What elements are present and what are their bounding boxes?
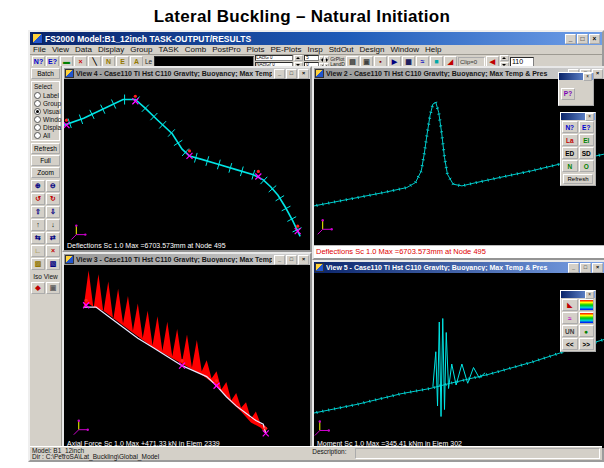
palette-close-icon[interactable]: × [585, 291, 594, 299]
palette-elem-query-button[interactable]: E? [579, 121, 595, 133]
palette-label-icon[interactable]: La [562, 134, 578, 146]
rotate-ccw-icon[interactable]: ↺ [31, 193, 45, 205]
palette-node-query-button[interactable]: N? [562, 121, 578, 133]
statusbar: Model: B1_12inch Dir : C:\PetroSA\Lat_Bu… [30, 446, 602, 460]
palette-titlebar[interactable]: × [561, 291, 595, 298]
view-rotation-input[interactable] [510, 57, 534, 67]
scale-right-icon[interactable] [324, 56, 329, 61]
shade-icon[interactable]: ▨ [31, 258, 45, 270]
palette-elem-label-icon[interactable]: El [579, 134, 595, 146]
menu-item-postpro[interactable]: PostPro [209, 45, 243, 54]
viewport-minimize-button[interactable]: _ [274, 69, 285, 79]
viewport-minimize-button[interactable]: _ [568, 263, 579, 273]
radio-all[interactable]: All [34, 131, 59, 139]
palette-titlebar[interactable]: × [559, 73, 593, 80]
menu-item-plots[interactable]: Plots [244, 45, 268, 54]
viewport-restore-button[interactable]: □ [286, 255, 297, 265]
pan-up-icon[interactable]: ⇧ [31, 206, 45, 218]
palette-ed-button[interactable]: ED [562, 147, 578, 159]
menu-item-help[interactable]: Help [422, 45, 444, 54]
contour-rainbow-icon[interactable] [579, 299, 595, 311]
contour-rainbow2-icon[interactable] [579, 312, 595, 324]
radio-displa[interactable]: Displa [34, 123, 59, 131]
radio-visual[interactable]: Visual [34, 107, 59, 115]
radio-windo[interactable]: Windo [34, 115, 59, 123]
move-down-icon[interactable]: ↓ [46, 219, 60, 231]
radio-group[interactable]: Group [34, 99, 59, 107]
plot-area[interactable]: Axial Force Sc 1.0 Max +471.33 kN in Ele… [64, 265, 310, 448]
zoom-in-icon[interactable]: ⊕ [31, 180, 45, 192]
contour-shade-icon[interactable]: ◣ [562, 299, 578, 311]
menu-item-display[interactable]: Display [95, 45, 127, 54]
contour-dot-icon[interactable]: ● [579, 325, 595, 337]
menu-item-stdout[interactable]: StdOut [326, 45, 357, 54]
pp-button[interactable]: P? [561, 88, 575, 100]
menu-item-design[interactable]: Design [357, 45, 388, 54]
viewport-titlebar[interactable]: View 3 - Case110 Ti Hst C110 Gravity; Bu… [64, 254, 310, 265]
zoom-button[interactable]: Zoom [31, 167, 60, 178]
minimize-button[interactable]: _ [565, 34, 576, 44]
batch-button[interactable]: Batch [31, 68, 60, 79]
iso-copy-icon[interactable]: ▣ [46, 282, 60, 294]
menu-item-view[interactable]: View [49, 45, 72, 54]
swap-left-icon[interactable]: ⇆ [31, 232, 45, 244]
swap-right-icon[interactable]: ⇄ [46, 232, 60, 244]
contour-prev-button[interactable]: << [562, 338, 578, 350]
radio-circle[interactable] [34, 108, 41, 115]
palette-close-icon[interactable]: × [583, 73, 592, 81]
clip-indicator: Clip=0 [458, 57, 485, 67]
menu-item-group[interactable]: Group [127, 45, 155, 54]
viewport-restore-button[interactable]: □ [580, 263, 591, 273]
scale-field[interactable]: 5 [304, 55, 319, 62]
palette-titlebar[interactable]: × [561, 113, 595, 120]
viewport-titlebar[interactable]: View 4 - Case110 Ti Hst C110 Gravity; Bu… [64, 68, 310, 79]
radio-label[interactable]: Label [34, 91, 59, 99]
menu-item-window[interactable]: Window [387, 45, 421, 54]
radio-circle[interactable] [34, 132, 41, 139]
viewport-icon [315, 69, 324, 78]
palette-close-icon[interactable]: × [585, 113, 594, 121]
radio-label: Group [43, 100, 61, 107]
viewport-close-button[interactable]: × [298, 255, 309, 265]
close-button[interactable]: × [589, 34, 600, 44]
viewport-minimize-button[interactable]: _ [274, 255, 285, 265]
clear-view-icon[interactable]: × [46, 245, 60, 257]
rotate-cw-icon[interactable]: ↻ [46, 193, 60, 205]
axes-icon[interactable]: ∟ [31, 245, 45, 257]
radio-circle[interactable] [34, 124, 41, 131]
menu-item-pe-plots[interactable]: PE-Plots [267, 45, 304, 54]
palette-n-button[interactable]: N [562, 160, 578, 172]
viewport-close-button[interactable]: × [592, 263, 603, 273]
refresh-button[interactable]: Refresh [31, 143, 60, 154]
app-titlebar[interactable]: FS2000 Model:B1_12inch TASK-OUTPUT/RESUL… [30, 32, 602, 45]
deflection-model-plot[interactable] [64, 79, 310, 250]
pan-down-icon[interactable]: ⇩ [46, 206, 60, 218]
plot-area[interactable]: Deflections Sc 1.0 Max =6703.573mm at No… [64, 79, 310, 250]
viewport-titlebar[interactable]: View 5 - Case110 Ti Hst C110 Gravity; Bu… [314, 262, 604, 273]
radio-circle[interactable] [34, 116, 41, 123]
zoom-out-icon[interactable]: ⊖ [46, 180, 60, 192]
contour-un-button[interactable]: UN [562, 325, 578, 337]
iso-view-icon[interactable]: ◆ [31, 282, 45, 294]
viewport-restore-button[interactable]: □ [286, 69, 297, 79]
viewport-close-button[interactable]: × [298, 69, 309, 79]
restore-button[interactable]: □ [577, 34, 588, 44]
wire-icon[interactable]: ▧ [46, 258, 60, 270]
menu-item-file[interactable]: File [30, 45, 49, 54]
menu-item-data[interactable]: Data [72, 45, 95, 54]
move-up-icon[interactable]: ↑ [31, 219, 45, 231]
palette-o-button[interactable]: O [579, 160, 595, 172]
axial-force-plot[interactable] [64, 265, 310, 448]
radio-circle[interactable] [34, 100, 41, 107]
menu-item-task[interactable]: TASK [155, 45, 181, 54]
app-icon [32, 33, 43, 44]
menu-item-comb[interactable]: Comb [182, 45, 209, 54]
radio-circle[interactable] [34, 92, 41, 99]
menu-item-insp[interactable]: Insp [305, 45, 326, 54]
palette-refresh-button[interactable]: Refresh [563, 174, 593, 184]
palette-sd-button[interactable]: SD [579, 147, 595, 159]
full-button[interactable]: Full [31, 155, 60, 166]
contour-next-button[interactable]: >> [579, 338, 595, 350]
sidebar: Batch Select LabelGroupVisualWindoDispla… [30, 66, 62, 446]
contour-lines-icon[interactable]: ≈ [562, 312, 578, 324]
